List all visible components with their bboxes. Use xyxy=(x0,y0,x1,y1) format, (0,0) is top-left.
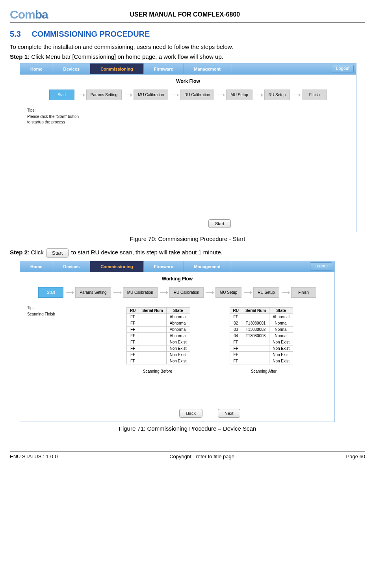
workflow-title: Work Flow xyxy=(20,78,356,84)
step1-text: Click Menu bar [Commissioning] on home p… xyxy=(31,53,223,60)
tab-devices[interactable]: Devices xyxy=(53,63,91,74)
arrow-icon xyxy=(171,95,178,95)
tab-home[interactable]: Home xyxy=(20,63,53,74)
after-label: Scanning After xyxy=(251,369,277,373)
screenshot-workflow-start: Home Devices Commissioning Firmware Mana… xyxy=(20,63,356,232)
table-row: FFAbnormal xyxy=(126,320,190,327)
step2-label: Step 2 xyxy=(10,249,28,256)
flow-params[interactable]: Params Setting xyxy=(75,287,111,298)
cell-sn xyxy=(139,352,166,358)
start-button[interactable]: Start xyxy=(208,219,231,228)
screenshot-device-scan: Home Devices Commissioning Firmware Mana… xyxy=(20,261,335,422)
logout-button[interactable]: Logout xyxy=(332,65,354,73)
section-title: COMMISSIONING PROCEDURE xyxy=(32,30,150,38)
tab-home[interactable]: Home xyxy=(20,261,53,272)
table-row: FFNon Exist xyxy=(126,339,190,345)
flow-mu-setup[interactable]: MU Setup xyxy=(226,90,252,100)
cell-sn: T13080003 xyxy=(242,333,269,339)
cell-ru: FF xyxy=(230,339,242,345)
figure70-caption: Figure 70: Commissioning Procedure - Sta… xyxy=(10,235,365,242)
table-row: FFNon Exist xyxy=(230,358,293,364)
arrow-icon xyxy=(160,292,167,293)
tab-commissioning[interactable]: Commissioning xyxy=(90,261,144,272)
tab-devices[interactable]: Devices xyxy=(53,261,91,272)
cell-sn xyxy=(242,358,269,364)
cell-state: Abnormal xyxy=(166,320,190,327)
tips-panel: Tips: Scanning Finish xyxy=(20,303,83,320)
tab-firmware[interactable]: Firmware xyxy=(144,63,184,74)
main-area: Start xyxy=(83,106,356,232)
footer-center: Copyright - refer to title page xyxy=(169,454,234,459)
table-row: FFAbnormal xyxy=(126,333,190,339)
manual-title: USER MANUAL FOR COMFLEX-6800 xyxy=(48,11,322,18)
intro-text: To complete the installation and commiss… xyxy=(10,43,365,50)
table-row: FFAbnormal xyxy=(126,314,190,320)
cell-state: Normal xyxy=(269,333,293,339)
flow-ru-cal[interactable]: RU Calibration xyxy=(169,287,204,298)
tips-text: Scanning Finish xyxy=(27,312,80,317)
flow-start[interactable]: Start xyxy=(38,287,63,298)
cell-ru: FF xyxy=(230,358,242,364)
cell-ru: FF xyxy=(230,352,242,358)
tab-management[interactable]: Management xyxy=(184,261,231,272)
flow-ru-cal[interactable]: RU Calibration xyxy=(180,90,214,100)
flow-start[interactable]: Start xyxy=(49,90,74,100)
main-area: RU Serial Num State FFAbnormalFFAbnormal… xyxy=(85,303,334,422)
table-after: RU Serial Num State FFAbnormal02T1308000… xyxy=(230,307,293,364)
cell-sn xyxy=(139,333,166,339)
cell-ru: FF xyxy=(126,352,139,358)
flow-mu-cal[interactable]: MU Calibration xyxy=(134,90,168,100)
cell-sn xyxy=(242,314,269,320)
footer-right: Page 60 xyxy=(346,454,365,459)
cell-state: Non Exist xyxy=(269,339,293,345)
table-before: RU Serial Num State FFAbnormalFFAbnormal… xyxy=(126,307,190,364)
cell-state: Non Exist xyxy=(166,358,190,364)
tab-commissioning[interactable]: Commissioning xyxy=(90,63,144,74)
flow-mu-setup[interactable]: MU Setup xyxy=(215,287,241,298)
cell-ru: FF xyxy=(126,320,139,327)
footer-left: ENU STATUS : 1-0-0 xyxy=(10,454,58,459)
cell-ru: FF xyxy=(126,327,139,333)
table-row: 03T13080002Normal xyxy=(230,327,293,333)
cell-state: Non Exist xyxy=(269,345,293,352)
arrow-icon xyxy=(124,95,131,95)
cell-ru: 02 xyxy=(230,320,242,327)
table-row: 02T13080001Normal xyxy=(230,320,293,327)
th-ru: RU xyxy=(230,308,242,314)
cell-sn: T13080002 xyxy=(242,327,269,333)
cell-state: Non Exist xyxy=(166,339,190,345)
figure71-caption: Figure 71: Commissioning Procedure – Dev… xyxy=(10,425,365,432)
table-row: FFNon Exist xyxy=(126,358,190,364)
cell-state: Normal xyxy=(269,320,293,327)
cell-state: Abnormal xyxy=(166,327,190,333)
next-button[interactable]: Next xyxy=(218,409,240,418)
cell-sn xyxy=(242,352,269,358)
cell-sn xyxy=(242,339,269,345)
flow-ru-setup[interactable]: RU Setup xyxy=(264,90,290,100)
flow-mu-cal[interactable]: MU Calibration xyxy=(123,287,158,298)
flow-finish[interactable]: Finish xyxy=(302,90,327,100)
arrow-icon xyxy=(255,95,262,95)
cell-ru: FF xyxy=(126,333,139,339)
logout-button[interactable]: Logout xyxy=(310,262,332,271)
arrow-icon xyxy=(113,292,121,293)
tab-firmware[interactable]: Firmware xyxy=(144,261,184,272)
table-row: FFNon Exist xyxy=(126,352,190,358)
page-footer: ENU STATUS : 1-0-0 Copyright - refer to … xyxy=(10,452,365,459)
tab-management[interactable]: Management xyxy=(184,63,231,74)
step1-label: Step 1: xyxy=(10,53,30,60)
arrow-icon xyxy=(217,95,224,95)
flow-finish[interactable]: Finish xyxy=(291,287,316,298)
cell-state: Non Exist xyxy=(166,352,190,358)
table-row: FFNon Exist xyxy=(126,345,190,352)
cell-ru: FF xyxy=(230,314,242,320)
before-label: Scanning Before xyxy=(143,369,172,373)
cell-state: Non Exist xyxy=(269,358,293,364)
cell-state: Non Exist xyxy=(166,345,190,352)
inline-start-button[interactable]: Start xyxy=(46,248,69,258)
back-button[interactable]: Back xyxy=(179,409,202,418)
flow-ru-setup[interactable]: RU Setup xyxy=(253,287,279,298)
workflow-steps: Start Params Setting MU Calibration RU C… xyxy=(20,285,334,303)
tips-title: Tips: xyxy=(27,108,80,112)
flow-params[interactable]: Params Setting xyxy=(86,90,122,100)
